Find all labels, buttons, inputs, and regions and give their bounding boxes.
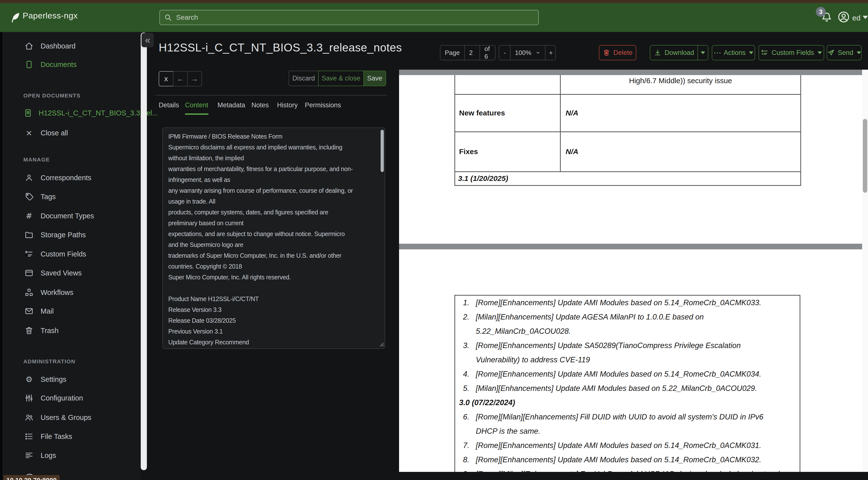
zoom-level-select[interactable]: 100% (510, 46, 546, 60)
top-window-strip (0, 0, 868, 3)
sidebar-item-label: Users & Groups (40, 414, 91, 422)
global-search[interactable] (159, 10, 539, 25)
actions-label: Actions (724, 49, 746, 57)
tab-metadata[interactable]: Metadata (217, 101, 245, 114)
pdf-list-line: 6.[Rome][Milan][Enhancements] Fill DUID … (463, 410, 795, 424)
pdf-list-heading: 3.0 (07/22/2024) (459, 396, 795, 410)
release-notes-table: High/6.7 Middle)) security issue New fea… (455, 75, 801, 186)
sidebar-item-label: Custom Fields (40, 250, 86, 258)
hash-icon: # (26, 211, 32, 220)
sidebar-item-mail[interactable]: Mail (2, 303, 140, 319)
sidebar-item-configuration[interactable]: Configuration (2, 390, 140, 406)
document-content-textarea[interactable]: IPMI Firmware / BIOS Release Notes Form … (162, 127, 385, 349)
discard-button[interactable]: Discard (288, 71, 319, 86)
pdf-list-line: 3.[Rome][Enhancements] Update SA50289(Ti… (463, 338, 795, 353)
sidebar-item-file-tasks[interactable]: File Tasks (2, 428, 140, 444)
link-status-tooltip: 10.10.20.70:8000 (3, 475, 60, 480)
actions-caret-icon (749, 52, 753, 54)
paperless-logo-icon (9, 10, 22, 25)
textarea-resize-handle[interactable] (378, 341, 384, 347)
pdf-list-line: 7.[Rome][Enhancements] Update AMI Module… (463, 439, 795, 453)
sidebar-item-workflows[interactable]: Workflows (2, 284, 140, 300)
pdf-list-line: 4.[Rome][Enhancements] Update AMI Module… (463, 367, 795, 381)
pdf-list-text: [Rome][Enhancements] Update AMI Modules … (476, 298, 761, 307)
ellipsis-icon: ⋯ (713, 50, 721, 55)
app-brand[interactable]: Paperless-ngx (23, 11, 78, 21)
sidebar-collapse-button[interactable]: « (142, 33, 154, 47)
delete-button[interactable]: Delete (599, 45, 636, 60)
sidebar-item-label: Configuration (40, 394, 83, 402)
workflows-icon (24, 288, 34, 297)
security-issue-cell: High/6.7 Middle)) security issue (560, 75, 801, 94)
sidebar-item-users-groups[interactable]: Users & Groups (2, 410, 140, 425)
page-total-label: of 6 (480, 46, 495, 60)
send-button[interactable]: Send (827, 45, 862, 60)
sidebar-item-logs[interactable]: Logs (2, 448, 140, 463)
download-icon (654, 49, 661, 57)
zoom-in-button[interactable]: + (546, 46, 556, 60)
pdf-list-text: [Rome][Milan][Enhancements] Fill DUID wi… (476, 413, 764, 421)
custom-fields-button[interactable]: Custom Fields (758, 45, 824, 60)
pdf-list-line: DHCP is the same. (463, 424, 795, 439)
notification-count-badge: 3 (816, 7, 826, 17)
pdf-scrollbar-thumb[interactable] (863, 119, 867, 193)
actions-button[interactable]: ⋯ Actions (712, 45, 755, 60)
save-button[interactable]: Save (363, 71, 386, 86)
textarea-scrollbar-thumb[interactable] (381, 130, 384, 172)
pdf-list-number: 1. (463, 298, 476, 307)
custom-fields-label: Custom Fields (772, 49, 814, 57)
sidebar-scrollbar[interactable] (141, 32, 147, 470)
tab-notes[interactable]: Notes (251, 101, 269, 114)
sidebar-item-custom-fields[interactable]: Custom Fields (2, 246, 140, 262)
tab-permissions[interactable]: Permissions (305, 101, 341, 114)
save-and-close-button[interactable]: Save & close (318, 71, 364, 86)
next-document-button[interactable]: → (187, 71, 202, 86)
sidebar-item-tags[interactable]: Tags (2, 189, 140, 205)
sidebar-section-title: MANAGE (23, 156, 50, 163)
zoom-out-button[interactable]: - (499, 46, 510, 60)
sidebar-item-label: Mail (40, 307, 54, 315)
sidebar-item-dashboard[interactable]: Dashboard (2, 38, 140, 54)
table-row: 3.1 (1/20/2025) (455, 172, 801, 185)
tab-history[interactable]: History (277, 101, 298, 114)
pdf-page-2: 1.[Rome][Enhancements] Update AMI Module… (399, 249, 862, 472)
download-button[interactable]: Download (650, 46, 698, 60)
sidebar-item-saved-views[interactable]: Saved Views (2, 265, 140, 281)
previous-document-button[interactable]: ← (173, 71, 188, 86)
chevron-down-icon (535, 50, 541, 56)
sidebar-item-close-all[interactable]: ×Close all (2, 125, 140, 141)
pdf-heading-text: 3.0 (07/22/2024) (459, 398, 515, 407)
pdf-list-text: [Milan][Enhancements] Update AGESA Milan… (476, 312, 704, 322)
sidebar-item-storage-paths[interactable]: Storage Paths (2, 227, 140, 243)
user-avatar-icon[interactable] (837, 11, 850, 23)
download-dropdown-button[interactable] (698, 46, 708, 60)
sidebar-item-label: Workflows (40, 289, 73, 297)
pdf-scrollbar-track[interactable] (862, 70, 868, 472)
close-icon: × (26, 128, 32, 138)
pdf-viewer: High/6.7 Middle)) security issue New fea… (399, 70, 868, 472)
pdf-list-text: [Rome][Enhancements] Update SA50289(Tian… (476, 341, 741, 350)
sidebar-item-label: File Tasks (40, 432, 72, 441)
pdf-list-number: 3. (463, 341, 476, 350)
sidebar-item-h12ssl-i-c-ct-nt-bios-3-3-rel[interactable]: H12SSL-i_C_CT_NT_BIOS_3.3_rel... (2, 105, 140, 121)
sidebar-item-label: Close all (40, 129, 68, 137)
file-tasks-icon (24, 432, 34, 441)
close-document-button[interactable]: x (159, 71, 174, 86)
search-input[interactable] (176, 13, 521, 22)
tab-details[interactable]: Details (159, 101, 179, 114)
username-label[interactable]: ed (852, 14, 860, 22)
table-row: Fixes N/A (455, 132, 801, 172)
sidebar-item-correspondents[interactable]: Correspondents (2, 170, 140, 186)
tab-content[interactable]: Content (185, 101, 208, 115)
sidebar-item-document-types[interactable]: #Document Types (2, 208, 140, 224)
download-caret-icon (701, 52, 705, 54)
custom-fields-caret-icon (817, 52, 822, 54)
pdf-list-number: 4. (463, 370, 476, 379)
page-number-input[interactable]: 2 (465, 46, 480, 60)
sidebar: DashboardDocumentsOPEN DOCUMENTSH12SSL-i… (2, 32, 141, 480)
sidebar-item-settings[interactable]: ⚙Settings (2, 371, 140, 387)
sidebar-item-documents[interactable]: Documents (2, 57, 140, 72)
sidebar-item-trash[interactable]: Trash (2, 323, 140, 338)
user-menu-caret-icon[interactable] (863, 16, 868, 19)
pdf-list-line: Vulnerability) to address CVE-119 (463, 353, 795, 367)
